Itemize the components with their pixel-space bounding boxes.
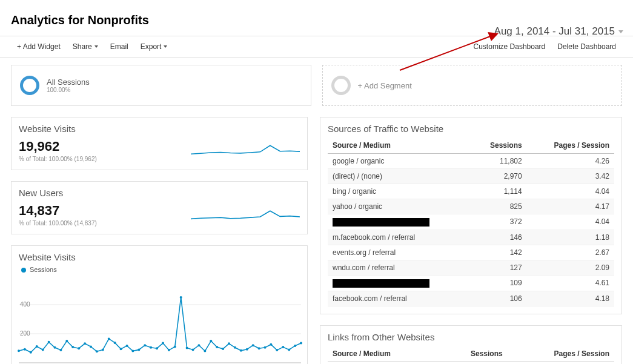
card-links-other-websites: Links from Other Websites Source / Mediu… bbox=[320, 325, 622, 364]
add-segment-button[interactable]: + Add Segment bbox=[322, 65, 623, 106]
svg-point-11 bbox=[59, 349, 62, 351]
svg-point-44 bbox=[258, 347, 260, 349]
table-row[interactable]: 1094.61 bbox=[328, 275, 614, 291]
svg-point-7 bbox=[36, 345, 38, 348]
metric-value: 14,837 bbox=[19, 203, 191, 219]
email-button[interactable]: Email bbox=[104, 36, 134, 57]
cell-sessions: 146 bbox=[471, 230, 526, 245]
cell-sessions: 109 bbox=[471, 275, 526, 291]
svg-point-28 bbox=[162, 342, 164, 345]
table-row[interactable]: 3724.04 bbox=[328, 214, 614, 230]
svg-point-48 bbox=[282, 346, 284, 348]
table-row[interactable]: wndu.com / referral1272.09 bbox=[328, 260, 614, 275]
cell-source: (direct) / (none) bbox=[328, 169, 471, 184]
cell-source bbox=[328, 214, 471, 230]
cell-source: facebook.com / referral bbox=[328, 291, 471, 306]
add-widget-button[interactable]: + Add Widget bbox=[11, 36, 67, 57]
metric-sub: % of Total: 100.00% (14,837) bbox=[19, 220, 191, 227]
table-row[interactable]: google / organic11,8024.26 bbox=[328, 154, 614, 169]
svg-point-24 bbox=[138, 348, 140, 351]
svg-point-46 bbox=[270, 343, 272, 346]
svg-point-51 bbox=[300, 342, 302, 345]
cell-sessions: 106 bbox=[471, 291, 526, 306]
circle-icon bbox=[20, 76, 39, 95]
col-sessions[interactable]: Sessions bbox=[439, 346, 508, 362]
svg-point-29 bbox=[168, 349, 170, 351]
col-pps[interactable]: Pages / Session bbox=[527, 137, 614, 154]
cell-pps: 1.18 bbox=[527, 230, 614, 245]
toolbar: + Add Widget Share Email Export Customiz… bbox=[0, 36, 633, 58]
svg-point-23 bbox=[131, 350, 134, 352]
svg-point-42 bbox=[246, 348, 248, 351]
svg-point-22 bbox=[126, 345, 128, 347]
svg-point-45 bbox=[264, 346, 267, 349]
cell-source: m.facebook.com / referral bbox=[328, 230, 471, 245]
col-source[interactable]: Source / Medium bbox=[328, 346, 439, 362]
svg-point-31 bbox=[180, 296, 182, 299]
svg-point-25 bbox=[144, 344, 146, 346]
svg-point-19 bbox=[108, 337, 110, 340]
export-menu[interactable]: Export bbox=[134, 36, 174, 57]
table-row[interactable]: yahoo / organic8254.17 bbox=[328, 199, 614, 214]
customize-dashboard-link[interactable]: Customize Dashboard bbox=[468, 36, 552, 57]
redacted bbox=[333, 279, 429, 288]
svg-point-27 bbox=[156, 347, 158, 349]
date-range-label: Aug 1, 2014 - Jul 31, 2015 bbox=[494, 25, 615, 38]
cell-pps: 4.18 bbox=[527, 291, 614, 306]
svg-point-41 bbox=[240, 349, 242, 352]
chevron-down-icon bbox=[618, 30, 623, 33]
sparkline bbox=[191, 144, 300, 162]
cell-pps: 4.17 bbox=[527, 199, 614, 214]
cell-sessions: 142 bbox=[471, 245, 526, 260]
circle-icon bbox=[331, 76, 351, 95]
svg-point-38 bbox=[222, 348, 224, 350]
segment-all-sessions[interactable]: All Sessions 100.00% bbox=[11, 65, 311, 106]
svg-point-13 bbox=[71, 346, 74, 348]
chart bbox=[19, 276, 301, 364]
svg-point-18 bbox=[102, 348, 104, 351]
card-sessions-chart: Website Visits Sessions 400 200 October … bbox=[11, 245, 308, 364]
cell-source: google / organic bbox=[328, 154, 471, 169]
sources-table: Source / Medium Sessions Pages / Session… bbox=[328, 137, 614, 306]
cell-sessions: 372 bbox=[471, 214, 526, 230]
col-pps[interactable]: Pages / Session bbox=[508, 346, 614, 362]
svg-point-33 bbox=[192, 348, 194, 351]
col-sessions[interactable]: Sessions bbox=[471, 137, 526, 154]
table-row[interactable]: m.facebook.com / referral1461.18 bbox=[328, 230, 614, 245]
cell-pps: 2.09 bbox=[527, 260, 614, 275]
add-segment-label: + Add Segment bbox=[358, 81, 412, 90]
table-row[interactable]: events.org / referral1422.67 bbox=[328, 245, 614, 260]
svg-point-49 bbox=[288, 348, 290, 351]
metric-value: 19,962 bbox=[19, 139, 191, 154]
svg-point-21 bbox=[120, 348, 122, 350]
segment-title: All Sessions bbox=[47, 78, 90, 87]
cell-pps: 4.26 bbox=[527, 154, 614, 169]
cell-pps: 4.04 bbox=[527, 184, 614, 199]
card-new-users: New Users 14,837 % of Total: 100.00% (14… bbox=[11, 181, 308, 234]
card-traffic-sources: Sources of Traffic to Website Source / M… bbox=[320, 117, 622, 314]
svg-point-34 bbox=[197, 344, 200, 346]
metric-sub: % of Total: 100.00% (19,962) bbox=[19, 156, 191, 162]
svg-point-30 bbox=[174, 345, 176, 348]
svg-point-37 bbox=[216, 346, 218, 348]
cell-source: bing / organic bbox=[328, 184, 471, 199]
svg-point-15 bbox=[84, 342, 86, 345]
table-row[interactable]: bing / organic1,1144.04 bbox=[328, 184, 614, 199]
svg-point-39 bbox=[228, 342, 230, 345]
svg-point-36 bbox=[210, 340, 212, 342]
svg-point-40 bbox=[234, 346, 236, 349]
col-source[interactable]: Source / Medium bbox=[328, 137, 471, 154]
svg-point-20 bbox=[114, 342, 116, 344]
table-row[interactable]: facebook.com / referral1064.18 bbox=[328, 291, 614, 306]
date-range-picker[interactable]: Aug 1, 2014 - Jul 31, 2015 bbox=[494, 25, 623, 38]
svg-point-32 bbox=[186, 347, 188, 349]
share-menu[interactable]: Share bbox=[67, 36, 104, 57]
cell-sessions: 11,802 bbox=[471, 154, 526, 169]
card-title: Links from Other Websites bbox=[328, 332, 614, 342]
svg-point-14 bbox=[78, 347, 80, 349]
y-axis-label: 400 bbox=[20, 301, 30, 308]
delete-dashboard-link[interactable]: Delete Dashboard bbox=[551, 36, 622, 57]
svg-point-5 bbox=[24, 348, 26, 351]
table-row[interactable]: (direct) / (none)2,9703.42 bbox=[328, 169, 614, 184]
segment-percent: 100.00% bbox=[47, 87, 90, 93]
